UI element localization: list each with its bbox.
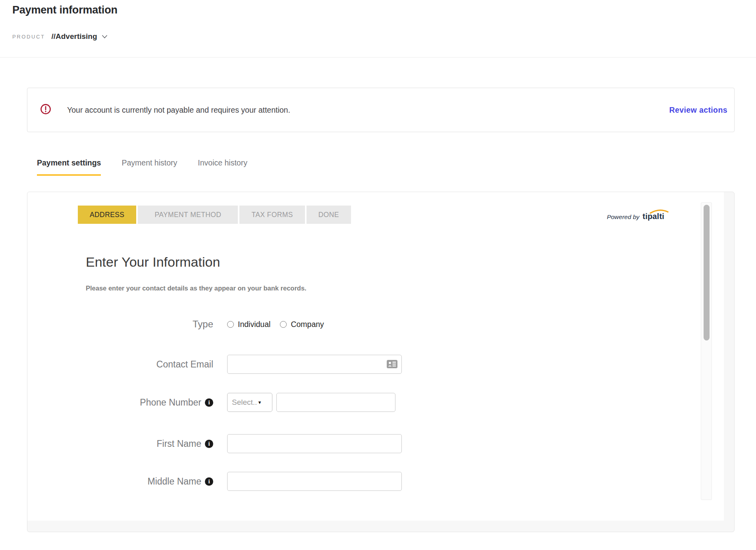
type-label-cell: Type	[27, 319, 213, 330]
scrollbar[interactable]	[701, 202, 712, 500]
phone-label-cell: Phone Number i	[27, 397, 213, 408]
tab-invoice-history[interactable]: Invoice history	[198, 158, 247, 176]
contact-email-label: Contact Email	[156, 359, 213, 370]
page-title: Payment information	[12, 0, 756, 16]
middle-name-control	[227, 472, 402, 491]
contact-email-input[interactable]	[227, 355, 402, 374]
product-value: //Advertising	[51, 32, 97, 41]
caret-down-icon: ▼	[257, 400, 262, 405]
radio-individual[interactable]	[227, 321, 234, 328]
powered-by-tipalti: Powered by tipalti	[607, 212, 664, 221]
phone-country-select[interactable]: Select.. ▼	[227, 393, 272, 412]
contact-email-wrap	[227, 355, 402, 374]
radio-company-label: Company	[291, 320, 324, 329]
first-name-label-cell: First Name i	[27, 438, 213, 449]
product-label: PRODUCT	[12, 34, 45, 40]
first-name-row: First Name i	[27, 434, 724, 453]
alert-message: Your account is currently not payable an…	[67, 106, 290, 115]
contact-card-icon[interactable]	[387, 360, 397, 370]
form-heading: Enter Your Information	[86, 254, 724, 270]
first-name-input[interactable]	[227, 434, 402, 453]
scrollbar-thumb[interactable]	[704, 205, 710, 340]
payment-wizard-frame: ADDRESS PAYMENT METHOD TAX FORMS DONE Po…	[27, 192, 724, 521]
phone-number-input[interactable]	[276, 393, 395, 412]
info-icon[interactable]: i	[205, 440, 213, 448]
phone-select-value: Select..	[232, 398, 257, 407]
review-actions-link[interactable]: Review actions	[669, 106, 728, 115]
tipalti-logo: tipalti	[642, 212, 664, 221]
info-icon[interactable]: i	[205, 477, 213, 486]
step-payment-method[interactable]: PAYMENT METHOD	[138, 206, 238, 224]
page-header: Payment information PRODUCT //Advertisin…	[0, 0, 756, 58]
radio-option-individual[interactable]: Individual	[227, 320, 270, 329]
step-tax-forms[interactable]: TAX FORMS	[239, 206, 305, 224]
contact-email-control	[227, 355, 402, 374]
form-subheading: Please enter your contact details as the…	[86, 284, 724, 292]
middle-name-label: Middle Name	[148, 476, 202, 487]
radio-individual-label: Individual	[238, 320, 270, 329]
middle-name-label-cell: Middle Name i	[27, 476, 213, 487]
payment-settings-card: ADDRESS PAYMENT METHOD TAX FORMS DONE Po…	[27, 192, 735, 532]
exclamation-circle-icon	[40, 104, 51, 116]
tab-payment-settings[interactable]: Payment settings	[37, 158, 101, 176]
phone-control: Select.. ▼	[227, 393, 395, 412]
step-done[interactable]: DONE	[307, 206, 351, 224]
step-address[interactable]: ADDRESS	[78, 206, 136, 224]
tipalti-arc-icon	[650, 209, 669, 214]
middle-name-input[interactable]	[227, 472, 402, 491]
first-name-label: First Name	[157, 438, 201, 449]
contact-email-label-cell: Contact Email	[27, 359, 213, 370]
info-icon[interactable]: i	[205, 398, 213, 407]
radio-company[interactable]	[280, 321, 287, 328]
phone-number-label: Phone Number	[140, 397, 201, 408]
product-selector[interactable]: //Advertising	[51, 32, 107, 41]
type-field-row: Type Individual Company	[27, 318, 724, 330]
first-name-control	[227, 434, 402, 453]
alert-banner: Your account is currently not payable an…	[27, 88, 735, 132]
middle-name-row: Middle Name i	[27, 472, 724, 491]
radio-option-company[interactable]: Company	[280, 320, 324, 329]
type-radio-group: Individual Company	[227, 320, 324, 329]
powered-by-text: Powered by	[607, 213, 639, 221]
main-content: Your account is currently not payable an…	[0, 88, 756, 532]
chevron-down-icon	[97, 34, 107, 40]
contact-email-row: Contact Email	[27, 355, 724, 374]
product-row: PRODUCT //Advertising	[12, 32, 756, 41]
tab-payment-history[interactable]: Payment history	[122, 158, 177, 176]
type-label: Type	[193, 319, 213, 330]
phone-number-row: Phone Number i Select.. ▼	[27, 393, 724, 412]
tab-bar: Payment settings Payment history Invoice…	[37, 158, 735, 176]
